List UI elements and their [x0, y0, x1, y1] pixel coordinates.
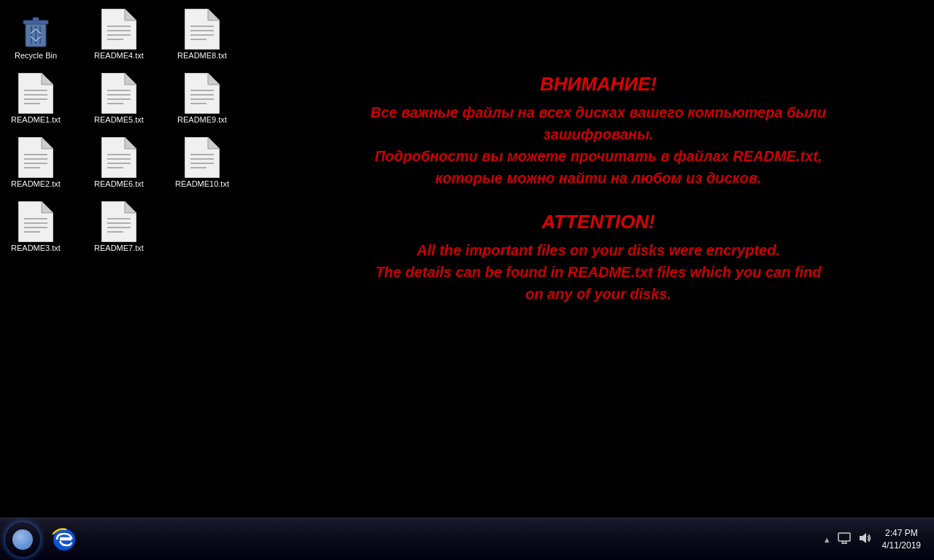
system-tray: ▲ 2:47 PM 4/11/2019 [823, 527, 931, 552]
readme1-icon[interactable]: README1.txt [3, 70, 69, 127]
tray-expand-arrow[interactable]: ▲ [823, 535, 831, 544]
readme5-label: README5.txt [94, 115, 144, 124]
readme10-image [182, 137, 223, 178]
svg-marker-55 [208, 73, 220, 85]
start-button[interactable] [3, 520, 42, 559]
taskbar: ▲ 2:47 PM 4/11/2019 [0, 518, 934, 560]
recycle-bin-icon[interactable]: Recycle Bin [3, 6, 69, 63]
readme7-image [99, 201, 139, 242]
svg-marker-13 [42, 137, 53, 149]
readme8-icon[interactable]: README8.txt [169, 6, 235, 63]
clock[interactable]: 2:47 PM 4/11/2019 [878, 527, 925, 552]
readme10-icon[interactable]: README10.txt [169, 134, 235, 191]
svg-rect-5 [33, 18, 39, 21]
ransom-message: ВНИМАНИЕ! Все важные файлы на всех диска… [277, 73, 919, 305]
ransom-body-russian: Все важные файлы на всех дисках вашего к… [277, 101, 919, 189]
svg-marker-72 [860, 533, 866, 543]
svg-marker-25 [125, 9, 136, 20]
readme3-icon[interactable]: README3.txt [3, 198, 69, 255]
readme3-label: README3.txt [11, 244, 61, 252]
clock-date: 4/11/2019 [882, 540, 921, 552]
readme2-label: README2.txt [11, 179, 61, 188]
monitor-icon[interactable] [837, 531, 852, 548]
readme7-icon[interactable]: README7.txt [86, 198, 152, 255]
clock-time: 2:47 PM [882, 527, 921, 540]
icon-column-3: README8.txt README9.txt [169, 6, 235, 198]
readme1-label: README1.txt [11, 115, 61, 124]
readme4-image [99, 9, 139, 50]
readme7-label: README7.txt [94, 244, 144, 252]
svg-marker-43 [125, 201, 136, 213]
icon-column-1: Recycle Bin README1.txt [3, 6, 69, 262]
svg-marker-61 [208, 137, 220, 149]
desktop: Recycle Bin README1.txt [0, 0, 934, 518]
readme4-icon[interactable]: README4.txt [86, 6, 152, 63]
readme10-label: README10.txt [175, 179, 229, 188]
start-orb-inner [12, 529, 33, 550]
svg-marker-49 [208, 9, 220, 20]
svg-marker-37 [125, 137, 136, 149]
readme6-label: README6.txt [94, 179, 144, 188]
readme2-icon[interactable]: README2.txt [3, 134, 69, 191]
readme5-icon[interactable]: README5.txt [86, 70, 152, 127]
recycle-bin-label: Recycle Bin [15, 51, 57, 60]
internet-explorer-button[interactable] [48, 524, 80, 556]
readme8-label: README8.txt [177, 51, 227, 60]
readme6-icon[interactable]: README6.txt [86, 134, 152, 191]
svg-marker-31 [125, 73, 136, 85]
readme4-label: README4.txt [94, 51, 144, 60]
readme1-image [15, 73, 56, 114]
ransom-body-english: All the important files on your disks we… [277, 239, 919, 305]
svg-rect-68 [838, 533, 850, 541]
icon-column-2: README4.txt README5.txt [86, 6, 152, 262]
readme8-image [182, 9, 223, 50]
speaker-icon[interactable] [857, 531, 872, 548]
start-orb [5, 522, 40, 557]
readme3-image [15, 201, 56, 242]
readme9-label: README9.txt [177, 115, 227, 124]
svg-marker-7 [42, 73, 53, 85]
recycle-bin-image [15, 9, 56, 50]
readme2-image [15, 137, 56, 178]
ransom-title-russian: ВНИМАНИЕ! [277, 73, 919, 96]
readme9-icon[interactable]: README9.txt [169, 70, 235, 127]
readme9-image [182, 73, 223, 114]
svg-marker-19 [42, 201, 53, 213]
ransom-title-english: ATTENTION! [277, 211, 919, 233]
readme5-image [99, 73, 139, 114]
readme6-image [99, 137, 139, 178]
